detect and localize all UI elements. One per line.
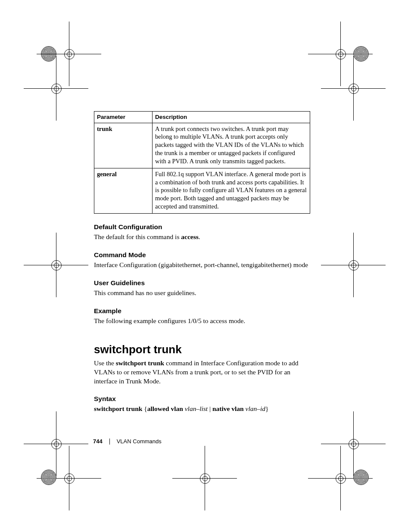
table-header-description: Description (153, 112, 310, 123)
table-header-parameter: Parameter (94, 112, 153, 123)
rosette-icon (353, 46, 369, 62)
text-command-mode: Interface Configuration (gigabitethernet… (94, 261, 310, 270)
heading-default-configuration: Default Configuration (94, 223, 310, 231)
table-cell-desc: A trunk port connects two switches. A tr… (153, 123, 310, 168)
page: Parameter Description trunk A trunk port… (0, 0, 411, 532)
table-cell-desc: Full 802.1q support VLAN interface. A ge… (153, 168, 310, 213)
text-syntax: switchport trunk {allowed vlan vlan–list… (94, 404, 310, 414)
crop-mark-icon (340, 431, 366, 457)
crop-mark-icon (43, 431, 69, 457)
heading-syntax: Syntax (94, 395, 310, 403)
text-user-guidelines: This command has no user guidelines. (94, 289, 310, 298)
command-title: switchport trunk (94, 343, 310, 356)
crop-mark-icon (56, 41, 82, 67)
parameter-table: Parameter Description trunk A trunk port… (94, 111, 310, 214)
heading-command-mode: Command Mode (94, 251, 310, 259)
crop-mark-icon (56, 465, 82, 491)
table-row: general Full 802.1q support VLAN interfa… (94, 168, 310, 213)
text-default-configuration: The default for this command is access. (94, 233, 310, 242)
content-column: Parameter Description trunk A trunk port… (94, 111, 310, 414)
crop-mark-icon (340, 75, 366, 101)
crop-mark-icon (327, 41, 353, 67)
page-footer: 744 VLAN Commands (93, 438, 162, 445)
table-cell-param: trunk (94, 123, 153, 168)
heading-example: Example (94, 307, 310, 315)
crop-mark-icon (192, 465, 218, 491)
table-row: trunk A trunk port connects two switches… (94, 123, 310, 168)
rosette-icon (353, 470, 369, 485)
footer-section: VLAN Commands (117, 438, 162, 445)
table-cell-param: general (94, 168, 153, 213)
crop-mark-icon (43, 75, 69, 101)
crop-mark-icon (43, 252, 69, 278)
heading-user-guidelines: User Guidelines (94, 279, 310, 287)
footer-divider-icon (109, 439, 110, 445)
text-command-intro: Use the switchport trunk command in Inte… (94, 359, 310, 386)
page-number: 744 (93, 438, 103, 445)
crop-mark-icon (340, 252, 366, 278)
text-example: The following example configures 1/0/5 t… (94, 317, 310, 326)
crop-mark-icon (327, 465, 353, 491)
rosette-icon (41, 470, 56, 485)
